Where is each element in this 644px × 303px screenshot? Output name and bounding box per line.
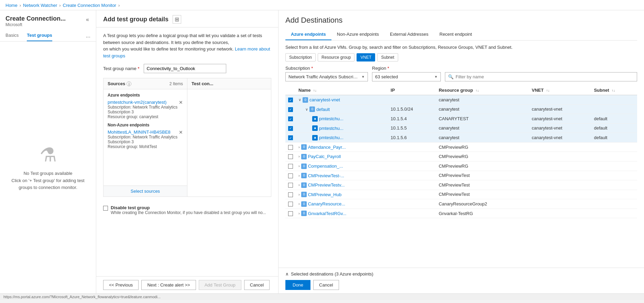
expand-btn[interactable]: › [298, 183, 300, 187]
row-vnet [529, 142, 591, 152]
row-ip: 10.1.5.6 [388, 133, 436, 143]
expand-btn[interactable]: › [298, 145, 300, 149]
row-resource-group: CANARYTEST [436, 114, 529, 124]
tab-azure-endpoints[interactable]: Azure endpoints [285, 29, 331, 40]
filter-resource-group[interactable]: Resource group [318, 53, 354, 61]
tab-external-addresses[interactable]: External Addresses [384, 29, 434, 40]
row-name-link[interactable]: canarytest-vnet [309, 97, 340, 102]
vnet-icon: ⟨⟩ [301, 144, 307, 150]
row-checkbox[interactable] [288, 154, 293, 159]
row-subnet [591, 180, 637, 190]
next-button[interactable]: Next : Create alert >> [141, 280, 196, 290]
region-chevron: ▼ [434, 75, 438, 79]
row-checkbox[interactable]: ✓ [288, 126, 293, 131]
row-checkbox[interactable]: ✓ [288, 135, 293, 140]
expand-btn[interactable]: ∨ [298, 98, 301, 102]
source-name-non-azure[interactable]: MohittestLA_MININT-HB4SBE8 [108, 130, 171, 135]
col-ip[interactable]: IP [388, 86, 436, 95]
region-label: Region * [372, 66, 441, 71]
filter-vnet[interactable]: VNET [357, 53, 375, 61]
row-checkbox[interactable]: ✓ [288, 116, 293, 121]
row-resource-group: canarytest [436, 95, 529, 105]
row-vnet: canarytest-vnet [529, 123, 591, 133]
row-name-link[interactable]: Attendance_Payr... [308, 145, 346, 150]
sources-header: Sources i 2 Items [103, 78, 187, 89]
source-item-non-azure: ✕ MohittestLA_MININT-HB4SBE8 Subscriptio… [108, 130, 183, 149]
disable-group-row: Disable test group While creating the Co… [103, 202, 271, 218]
row-checkbox[interactable] [288, 173, 293, 178]
expand-btn[interactable]: › [298, 202, 300, 206]
row-name-link[interactable]: Compensation_... [308, 164, 343, 169]
col-name[interactable]: Name ↑↓ [296, 86, 388, 95]
expand-btn[interactable]: › [298, 192, 300, 197]
region-dropdown[interactable]: 63 selected ▼ [372, 72, 441, 81]
learn-more-link[interactable]: Learn more about test groups [103, 46, 270, 58]
row-name-link[interactable]: PayCalc_Payroll [308, 154, 341, 159]
sidebar-item-basics[interactable]: Basics [6, 30, 19, 41]
rp-title: Add Destinations [285, 16, 637, 25]
expand-btn[interactable]: ∨ [305, 107, 308, 111]
row-name-link[interactable]: CanaryResource... [308, 201, 345, 206]
expand-btn[interactable]: › [298, 164, 300, 168]
expand-btn[interactable]: › [298, 154, 300, 158]
row-checkbox[interactable]: ✓ [288, 98, 293, 102]
row-name-link[interactable]: CMPreviewTest-... [308, 173, 344, 178]
row-ip [388, 95, 436, 105]
breadcrumb-create-connection-monitor[interactable]: Create Connection Monitor [63, 3, 116, 8]
clone-icon[interactable]: ⊞ [173, 15, 181, 24]
row-name-link[interactable]: CMPreview_Hub [308, 192, 342, 197]
sidebar-item-more[interactable]: ... [86, 33, 90, 39]
filter-subscription[interactable]: Subscription [285, 53, 316, 61]
row-checkbox[interactable]: ✓ [288, 107, 293, 112]
col-subnet[interactable]: Subnet ↑↓ [591, 86, 637, 95]
test-group-name-input[interactable] [144, 64, 226, 73]
row-name-link[interactable]: pmtestchu... [319, 126, 343, 131]
row-checkbox[interactable] [288, 164, 293, 169]
row-ip [388, 152, 436, 161]
row-subnet: default [591, 114, 637, 124]
main-content: Add test group details ⊞ A Test group le… [96, 10, 279, 293]
cancel-button[interactable]: Cancel [244, 280, 270, 290]
expand-btn[interactable]: › [298, 211, 300, 215]
breadcrumb-network-watcher[interactable]: Network Watcher [23, 3, 57, 8]
row-name-link[interactable]: pmtestchu... [319, 116, 343, 121]
row-checkbox[interactable] [288, 211, 293, 216]
selected-summary[interactable]: ∧ Selected destinations (3 Azure endpoin… [285, 271, 637, 277]
row-name-link[interactable]: default [316, 107, 330, 112]
row-checkbox[interactable] [288, 145, 293, 150]
source-close-non-azure[interactable]: ✕ [179, 130, 183, 135]
row-name-link[interactable]: GnvarkalTestRGv... [308, 211, 347, 216]
tab-non-azure-endpoints[interactable]: Non-Azure endpoints [331, 29, 384, 40]
previous-button[interactable]: << Previous [103, 280, 139, 290]
vnet-icon: ⟨⟩ [301, 182, 307, 188]
row-checkbox[interactable] [288, 183, 293, 188]
row-subnet [591, 190, 637, 199]
source-close-azure[interactable]: ✕ [179, 100, 183, 105]
source-name-azure[interactable]: pmtestchunk-vm2(canarytest) [108, 100, 166, 105]
azure-section-label: Azure endpoints [108, 93, 183, 98]
tab-recent-endpoint[interactable]: Recent endpoint [434, 29, 478, 40]
filter-subnet[interactable]: Subnet [377, 53, 398, 61]
breadcrumb-sep-2: › [59, 3, 61, 8]
row-name-link[interactable]: pmtestchu... [319, 135, 343, 140]
sidebar-collapse-btn[interactable]: « [85, 15, 90, 24]
expand-btn[interactable]: › [298, 173, 300, 178]
rp-cancel-button[interactable]: Cancel [313, 280, 339, 290]
col-resource-group[interactable]: Resource group ↑↓ [436, 86, 529, 95]
row-name-link[interactable]: CMPreviewTestv... [308, 182, 345, 188]
disable-group-checkbox[interactable] [103, 206, 108, 211]
row-checkbox[interactable] [288, 202, 293, 206]
row-subnet [591, 161, 637, 171]
row-ip: 10.1.5.0/24 [388, 104, 436, 114]
filter-by-name-input[interactable] [456, 74, 634, 79]
done-button[interactable]: Done [285, 280, 310, 290]
col-vnet[interactable]: VNET ↑↓ [529, 86, 591, 95]
select-sources-btn[interactable]: Select sources [103, 186, 187, 197]
subscription-dropdown[interactable]: Network Traffic Analytics Subscriptio...… [285, 72, 368, 81]
sidebar-item-test-groups[interactable]: Test groups [27, 30, 52, 41]
add-test-group-button[interactable]: Add Test Group [199, 280, 241, 290]
breadcrumb-home[interactable]: Home [6, 3, 18, 8]
row-vnet [529, 180, 591, 190]
subscription-value: Network Traffic Analytics Subscriptio... [288, 74, 359, 79]
row-checkbox[interactable] [288, 192, 293, 197]
